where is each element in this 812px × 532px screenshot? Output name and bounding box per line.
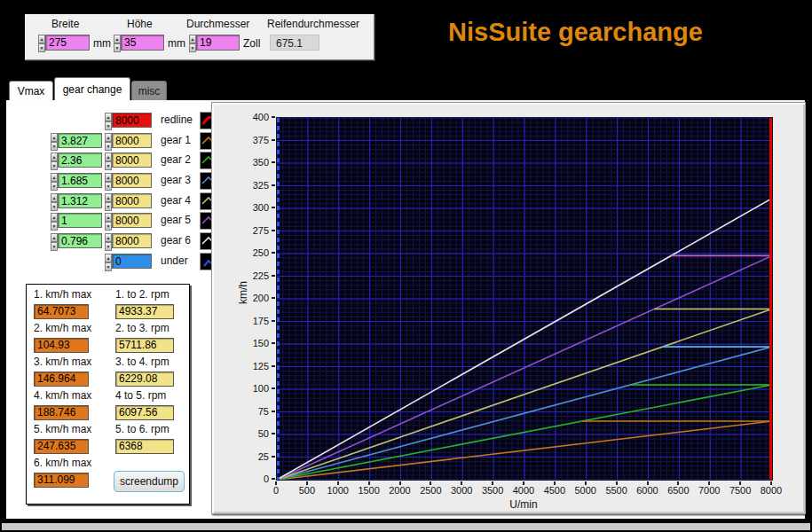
x-tick-mark xyxy=(585,481,587,485)
gear-6-ratio-input[interactable] xyxy=(58,233,102,248)
redline-spinner[interactable]: ▲▼ xyxy=(105,113,112,128)
x-axis-label: U/min xyxy=(276,498,771,511)
y-tick-mark xyxy=(272,320,275,322)
under-label: under xyxy=(161,254,200,267)
screendump-button[interactable]: screendump xyxy=(114,471,185,492)
y-tick-label: 300 xyxy=(237,202,269,213)
x-tick-mark xyxy=(616,481,618,485)
y-tick-mark xyxy=(272,478,275,480)
gear-1-ratio-spinner[interactable]: ▲▼ xyxy=(51,133,58,148)
result-label: 3. to 4. rpm xyxy=(115,356,169,368)
gear-2-ratio-input[interactable] xyxy=(58,153,102,168)
kmh-max-1: 64.7073 xyxy=(34,304,89,319)
result-label: 2. to 3. rpm xyxy=(115,322,169,334)
window-bottom-edge xyxy=(2,523,810,530)
x-tick-mark xyxy=(647,481,649,485)
y-tick-label: 50 xyxy=(237,428,269,439)
y-tick-mark xyxy=(272,411,275,412)
gear-3-rpm-spinner[interactable]: ▲▼ xyxy=(105,173,112,188)
durchmesser-unit-label: Zoll xyxy=(243,37,260,50)
redline-rpm-input[interactable] xyxy=(112,113,152,128)
y-tick-mark xyxy=(272,252,275,254)
kmh-max-3: 146.964 xyxy=(34,372,89,387)
shift-rpm-4-5: 6097.56 xyxy=(115,405,174,420)
gear-6-ratio-spinner[interactable]: ▲▼ xyxy=(51,233,58,248)
tab-gear-change[interactable]: gear change xyxy=(54,77,130,100)
under-spinner[interactable]: ▲▼ xyxy=(105,254,112,269)
hoehe-input[interactable] xyxy=(121,35,164,51)
gear-1-rpm-spinner[interactable]: ▲▼ xyxy=(105,133,112,148)
x-tick-mark xyxy=(337,481,339,485)
gear-3-ratio-spinner[interactable]: ▲▼ xyxy=(51,173,58,188)
y-tick-label: 150 xyxy=(237,338,269,348)
durchmesser-label: Durchmesser xyxy=(186,18,249,30)
kmh-max-4: 188.746 xyxy=(34,405,89,420)
gear-6-rpm-spinner[interactable]: ▲▼ xyxy=(105,233,112,248)
result-label: 2. km/h max xyxy=(34,322,91,334)
breite-spinner[interactable]: ▲▼ xyxy=(38,35,45,51)
result-label: 5. km/h max xyxy=(34,423,91,435)
gear-3-ratio-input[interactable] xyxy=(58,173,102,188)
gear-1-rpm-input[interactable] xyxy=(112,133,152,148)
shift-rpm-3-4: 6229.08 xyxy=(115,372,174,387)
gear-6-label: gear 6 xyxy=(161,234,200,246)
gear-5-rpm-input[interactable] xyxy=(112,213,152,228)
reifendurchmesser-display: 675.1 xyxy=(270,35,319,51)
y-tick-label: 75 xyxy=(237,406,269,417)
x-tick-mark xyxy=(306,481,308,485)
result-label: 5. to 6. rpm xyxy=(115,423,169,435)
y-tick-label: 400 xyxy=(237,112,269,122)
x-tick-mark xyxy=(492,481,493,485)
shift-rpm-1-2: 4933.37 xyxy=(115,304,174,319)
x-tick-mark xyxy=(430,481,431,485)
durchmesser-spinner[interactable]: ▲▼ xyxy=(189,35,196,51)
y-tick-mark xyxy=(272,184,275,186)
tab-vmax[interactable]: Vmax xyxy=(9,81,53,100)
gear-3-rpm-input[interactable] xyxy=(112,173,152,188)
y-tick-mark xyxy=(272,456,275,458)
y-tick-label: 350 xyxy=(237,157,269,168)
y-tick-label: 275 xyxy=(237,225,269,236)
y-tick-mark xyxy=(272,139,275,141)
x-tick-mark xyxy=(461,481,462,485)
x-tick-mark xyxy=(554,481,556,485)
tire-parameter-panel: Breite ▲▼ mm Höhe ▲▼ mm Durchmesser ▲▼ Z… xyxy=(25,14,374,60)
gear-2-ratio-spinner[interactable]: ▲▼ xyxy=(51,153,58,168)
breite-input[interactable] xyxy=(45,35,90,51)
hoehe-unit-label: mm xyxy=(168,37,185,50)
hoehe-spinner[interactable]: ▲▼ xyxy=(114,35,121,51)
y-tick-mark xyxy=(272,297,275,299)
y-tick-mark xyxy=(272,433,275,434)
y-tick-label: 250 xyxy=(237,247,269,258)
gear-chart-panel: km/h U/min 02550751001251501752002252502… xyxy=(211,102,806,514)
gear-1-ratio-input[interactable] xyxy=(58,133,102,148)
gear-2-rpm-input[interactable] xyxy=(112,153,152,168)
chart-inner: km/h U/min 02550751001251501752002252502… xyxy=(212,103,805,513)
breite-label: Breite xyxy=(51,18,79,30)
gear-4-rpm-spinner[interactable]: ▲▼ xyxy=(105,193,112,208)
gear-3-label: gear 3 xyxy=(161,174,200,186)
y-tick-label: 200 xyxy=(237,293,269,303)
x-tick-label: 8000 xyxy=(752,485,791,496)
result-label: 3. km/h max xyxy=(34,356,91,368)
kmh-max-6: 311.099 xyxy=(34,473,89,488)
gear-4-ratio-spinner[interactable]: ▲▼ xyxy=(51,193,58,208)
result-label: 6. km/h max xyxy=(34,457,91,469)
under-rpm-input[interactable] xyxy=(112,254,152,269)
gear-2-rpm-spinner[interactable]: ▲▼ xyxy=(105,153,112,168)
gear-6-rpm-input[interactable] xyxy=(112,233,152,248)
gear-5-ratio-spinner[interactable]: ▲▼ xyxy=(51,213,58,228)
tab-misc[interactable]: misc xyxy=(131,81,167,100)
plot-area[interactable] xyxy=(276,117,773,481)
gear-4-rpm-input[interactable] xyxy=(112,193,152,208)
result-label: 4. km/h max xyxy=(34,389,91,402)
gear-5-rpm-spinner[interactable]: ▲▼ xyxy=(105,213,112,228)
y-tick-label: 325 xyxy=(237,180,269,191)
x-tick-mark xyxy=(399,481,401,485)
result-label: 1. km/h max xyxy=(34,288,91,301)
gear-5-ratio-input[interactable] xyxy=(58,213,102,228)
durchmesser-input[interactable] xyxy=(196,35,240,51)
gear-4-ratio-input[interactable] xyxy=(58,193,102,208)
x-tick-mark xyxy=(523,481,524,485)
y-tick-mark xyxy=(272,275,275,277)
